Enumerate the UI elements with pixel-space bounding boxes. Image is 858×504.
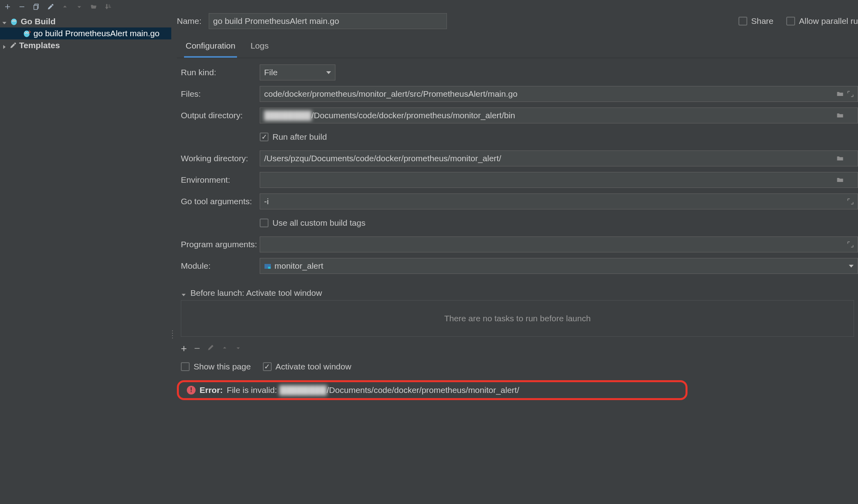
working-dir-label: Working directory: xyxy=(181,154,259,163)
run-after-build-label: Run after build xyxy=(272,132,327,142)
tab-configuration[interactable]: Configuration xyxy=(184,36,237,58)
folder-open-icon[interactable] xyxy=(89,2,98,11)
before-launch-header[interactable]: Before launch: Activate tool window xyxy=(181,288,854,298)
output-dir-label: Output directory: xyxy=(181,111,259,120)
show-this-page-checkbox[interactable]: Show this page xyxy=(181,362,251,371)
svg-rect-1 xyxy=(34,5,37,10)
before-launch-toolbar: + − xyxy=(181,342,854,355)
folder-icon[interactable] xyxy=(836,90,844,98)
before-launch-section: Before launch: Activate tool window Ther… xyxy=(181,288,854,371)
name-label: Name: xyxy=(177,16,200,26)
config-panel: Name: Share Allow parallel ru Configurat… xyxy=(174,13,858,504)
svg-point-2 xyxy=(11,19,17,25)
svg-point-7 xyxy=(24,31,30,37)
chevron-down-icon xyxy=(2,19,7,24)
configuration-form: Run kind: File Files: code/docker/promet… xyxy=(177,58,858,275)
output-dir-value: ████████/Documents/code/docker/prometheu… xyxy=(264,111,515,120)
sort-icon[interactable] xyxy=(104,2,112,11)
tree-node-run-config[interactable]: go build PrometheusAlert main.go xyxy=(0,27,171,39)
module-icon xyxy=(264,262,271,270)
gopher-icon xyxy=(22,29,31,38)
run-kind-value: File xyxy=(264,68,278,77)
remove-task-icon: − xyxy=(194,342,200,355)
folder-icon[interactable] xyxy=(836,176,844,184)
share-label: Share xyxy=(751,16,774,26)
folder-icon[interactable] xyxy=(836,111,844,119)
row-program-args: Program arguments: xyxy=(181,236,858,253)
environment-label: Environment: xyxy=(181,175,259,185)
go-tool-args-input[interactable]: -i xyxy=(260,193,858,209)
move-up-icon xyxy=(221,344,228,353)
tab-logs[interactable]: Logs xyxy=(249,36,270,58)
edit-task-icon xyxy=(207,344,214,353)
toolbar xyxy=(0,0,858,13)
row-working-dir: Working directory: /Users/pzqu/Documents… xyxy=(181,150,858,167)
go-tool-args-label: Go tool arguments: xyxy=(181,197,259,206)
folder-icon[interactable] xyxy=(836,154,844,162)
before-launch-options: Show this page Activate tool window xyxy=(181,362,854,371)
use-all-tags-label: Use all custom build tags xyxy=(272,218,365,228)
working-dir-input[interactable]: /Users/pzqu/Documents/code/docker/promet… xyxy=(260,150,858,166)
error-banner: ! Error: File is invalid: ████████/Docum… xyxy=(177,380,688,400)
add-task-icon[interactable]: + xyxy=(181,342,187,355)
chevron-down-icon xyxy=(326,71,331,74)
row-output-dir: Output directory: ████████/Documents/cod… xyxy=(181,107,858,124)
row-run-after-build: Run after build xyxy=(181,128,858,146)
move-down-icon[interactable] xyxy=(75,2,84,11)
error-message: File is invalid: ████████/Documents/code… xyxy=(227,385,519,395)
working-dir-value: /Users/pzqu/Documents/code/docker/promet… xyxy=(264,154,501,163)
expand-icon[interactable] xyxy=(846,197,854,205)
expand-icon[interactable] xyxy=(846,90,854,98)
configurations-tree: Go Build go build PrometheusAlert main.g… xyxy=(0,13,171,504)
tabs: Configuration Logs xyxy=(177,36,858,58)
move-up-icon[interactable] xyxy=(61,2,69,11)
add-icon[interactable] xyxy=(3,2,12,11)
activate-tool-window-checkbox[interactable]: Activate tool window xyxy=(263,362,351,371)
tree-node-templates[interactable]: Templates xyxy=(0,39,171,51)
files-label: Files: xyxy=(181,89,259,99)
error-label: Error: xyxy=(200,385,223,395)
tree-label: Templates xyxy=(19,41,60,50)
tree-label: go build PrometheusAlert main.go xyxy=(33,29,159,38)
files-value: code/docker/prometheus/monitor_alert/src… xyxy=(264,89,517,99)
svg-point-11 xyxy=(27,32,28,33)
name-input[interactable] xyxy=(209,13,447,29)
module-value: monitor_alert xyxy=(274,261,323,271)
run-kind-select[interactable]: File xyxy=(260,64,335,80)
svg-point-10 xyxy=(25,32,26,33)
go-tool-args-value: -i xyxy=(264,197,269,206)
before-launch-title: Before launch: Activate tool window xyxy=(190,288,322,298)
allow-parallel-checkbox[interactable]: Allow parallel ru xyxy=(786,16,858,26)
remove-icon[interactable] xyxy=(18,2,26,11)
environment-input[interactable] xyxy=(260,172,858,188)
wrench-icon xyxy=(10,42,17,49)
output-dir-input[interactable]: ████████/Documents/code/docker/prometheu… xyxy=(260,107,858,123)
name-row: Name: Share Allow parallel ru xyxy=(177,13,858,29)
row-run-kind: Run kind: File xyxy=(181,64,858,81)
show-this-page-label: Show this page xyxy=(194,362,251,371)
chevron-down-icon xyxy=(849,265,854,268)
row-files: Files: code/docker/prometheus/monitor_al… xyxy=(181,85,858,103)
before-launch-empty: There are no tasks to run before launch xyxy=(444,314,591,323)
svg-rect-13 xyxy=(268,267,270,269)
module-select[interactable]: monitor_alert xyxy=(260,258,858,274)
use-all-tags-checkbox[interactable]: Use all custom build tags xyxy=(260,218,365,228)
run-kind-label: Run kind: xyxy=(181,68,259,77)
settings-icon[interactable] xyxy=(46,2,55,11)
row-use-all-tags: Use all custom build tags xyxy=(181,214,858,232)
row-go-tool-args: Go tool arguments: -i xyxy=(181,193,858,210)
allow-parallel-label: Allow parallel ru xyxy=(799,16,858,26)
before-launch-tasks: There are no tasks to run before launch xyxy=(181,300,854,337)
run-after-build-checkbox[interactable]: Run after build xyxy=(260,132,327,142)
copy-icon[interactable] xyxy=(32,2,41,11)
chevron-down-icon xyxy=(181,290,186,296)
files-input[interactable]: code/docker/prometheus/monitor_alert/src… xyxy=(260,86,858,102)
row-environment: Environment: xyxy=(181,171,858,189)
program-args-input[interactable] xyxy=(260,236,858,252)
tree-node-go-build[interactable]: Go Build xyxy=(0,16,171,27)
expand-icon[interactable] xyxy=(846,240,854,248)
gopher-icon xyxy=(10,17,18,26)
share-checkbox[interactable]: Share xyxy=(739,16,774,26)
row-module: Module: monitor_alert xyxy=(181,257,858,275)
activate-tool-window-label: Activate tool window xyxy=(276,362,351,371)
